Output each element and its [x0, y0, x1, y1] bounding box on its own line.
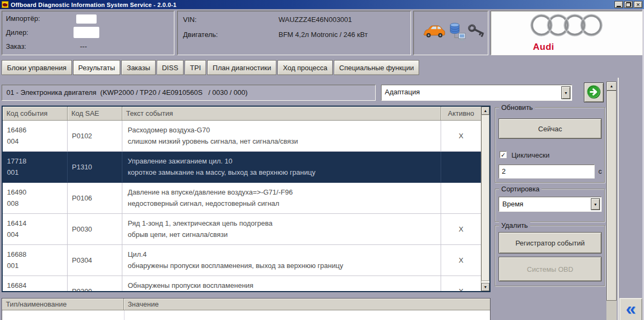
ecu-info-box: 01 - Электроника двигателя (KWP2000 / TP…	[2, 85, 376, 101]
chevron-down-icon: ▼	[594, 203, 597, 206]
main-scrollbar[interactable]: ▲	[606, 81, 617, 320]
close-button[interactable]: ✕	[634, 1, 642, 8]
tab[interactable]: Результаты	[73, 60, 120, 75]
refresh-group-label: Обновить	[499, 103, 535, 111]
tab[interactable]: Ход процесса	[277, 60, 333, 75]
tab[interactable]: Специальные функции	[334, 60, 419, 75]
refresh-group: Обновить Сейчас ✓ Циклически 2 с	[495, 107, 605, 183]
event-code-cell: 16490008	[3, 183, 68, 213]
checkmark-icon: ✓	[501, 152, 506, 158]
run-function-button[interactable]	[584, 83, 604, 102]
function-select[interactable]: Адаптация ▼	[381, 85, 572, 101]
event-code-cell: 16688001	[3, 245, 68, 276]
vin-label: VIN:	[183, 16, 196, 24]
triangle-up-icon: ▲	[610, 84, 613, 88]
green-arrow-icon	[587, 85, 601, 101]
vin-value: WAUZZZ4E46N003001	[279, 16, 352, 24]
importer-label: Импортёр:	[6, 14, 40, 23]
event-text-cell: Ряд 1-зонд 1, электрическая цепь подогре…	[122, 214, 441, 244]
sae-code-cell: P0030	[68, 214, 122, 244]
col-active[interactable]: Активно	[441, 107, 481, 121]
event-code-cell: 16414004	[3, 214, 68, 244]
odis-window: { "window": { "title": "Offboard Diagnos…	[0, 0, 644, 320]
window-title: Offboard Diagnostic Information System S…	[11, 2, 177, 8]
minimize-button[interactable]	[614, 1, 623, 8]
sae-code-cell: P0106	[68, 183, 122, 213]
dealer-value-redacted	[74, 27, 99, 38]
event-row[interactable]: 17718001 P1310 Управление зажиганием цил…	[3, 152, 481, 183]
event-text-cell: Цил.4обнаружены пропуски воспламенения, …	[122, 245, 441, 276]
main-scroll-thumb[interactable]	[606, 91, 617, 301]
events-scroll-down-button[interactable]: ▼	[481, 283, 489, 291]
tab[interactable]: План диагностики	[207, 60, 276, 75]
function-select-dropdown-button[interactable]: ▼	[561, 86, 570, 99]
events-table: Код события Код SAE Текст события Активн…	[2, 106, 491, 292]
event-text-cell: Расходомер воздуха-G70слишком низкий уро…	[122, 121, 441, 151]
event-row[interactable]: 16688001 P0304 Цил.4обнаружены пропуски …	[3, 245, 481, 276]
sae-code-cell: P0304	[68, 245, 122, 276]
sae-code-cell: P0102	[68, 121, 122, 151]
titlebar[interactable]: Offboard Diagnostic Information System S…	[0, 0, 644, 9]
dealer-label: Дилер:	[6, 28, 28, 36]
car-icon	[423, 24, 445, 40]
column-divider	[124, 310, 125, 320]
minimize-icon	[617, 6, 621, 7]
event-row[interactable]: 16414004 P0030 Ряд 1-зонд 1, электрическ…	[3, 214, 481, 245]
measurements-table: Тип/наименование Значение	[2, 298, 491, 320]
delete-group-label: Удалить	[499, 221, 530, 229]
tab[interactable]: Заказы	[121, 60, 155, 75]
main-scroll-up-button[interactable]: ▲	[606, 81, 617, 91]
event-code-cell: 16486004	[3, 121, 68, 151]
event-text-cell: Обнаружены пропуски воспламенения	[122, 276, 441, 292]
interval-input[interactable]: 2	[499, 165, 595, 178]
tab[interactable]: Блоки управления	[2, 60, 72, 75]
event-row[interactable]: 16490008 P0106 Давление на впуске/давлен…	[3, 183, 481, 214]
restore-icon	[626, 2, 631, 7]
delete-event-log-button[interactable]: Регистратор событий	[499, 232, 602, 254]
cyclic-label: Циклически	[511, 151, 550, 159]
events-table-body: 16486004 P0102 Расходомер воздуха-G70сли…	[3, 121, 481, 292]
col-event-code[interactable]: Код события	[3, 107, 68, 121]
tab[interactable]: TPI	[185, 60, 206, 75]
restore-button[interactable]	[624, 1, 633, 8]
event-row[interactable]: 16684 P0300 Обнаружены пропуски воспламе…	[3, 276, 481, 292]
events-scroll-thumb[interactable]	[481, 115, 489, 281]
sae-code-cell: P1310	[68, 152, 122, 182]
active-flag-cell	[441, 183, 481, 213]
order-label: Заказ:	[6, 42, 26, 50]
sae-code-cell: P0300	[68, 276, 122, 292]
events-scroll-up-button[interactable]: ▲	[481, 107, 489, 115]
sort-select-value: Время	[499, 197, 601, 211]
active-flag-cell	[441, 152, 481, 182]
importer-panel: Импортёр: Дилер: Заказ: ---	[2, 11, 174, 55]
cyclic-checkbox[interactable]: ✓	[500, 151, 507, 158]
function-select-value: Адаптация	[382, 85, 572, 99]
sort-select-dropdown-button[interactable]: ▼	[591, 198, 600, 210]
sort-select[interactable]: Время ▼	[499, 197, 602, 212]
events-table-scrollbar[interactable]: ▲ ▼	[481, 107, 489, 291]
vehicle-panel: VIN: WAUZZZ4E46N003001 Двигатель: BFM 4,…	[177, 11, 411, 55]
collapse-panel-button[interactable]: «	[619, 298, 642, 320]
delete-group: Удалить Регистратор событий Системы OBD	[495, 225, 605, 286]
active-flag-cell: X	[441, 121, 481, 151]
col-type-name[interactable]: Тип/наименование	[2, 299, 124, 310]
triangle-up-icon: ▲	[484, 109, 487, 113]
delete-obd-systems-button: Системы OBD	[499, 257, 602, 281]
key-icon	[467, 24, 487, 42]
refresh-now-button[interactable]: Сейчас	[499, 118, 602, 139]
interval-unit-label: с	[598, 167, 602, 175]
active-flag-cell: X	[441, 245, 481, 276]
close-icon: ✕	[636, 2, 640, 8]
event-code-cell: 17718001	[3, 152, 68, 182]
col-value[interactable]: Значение	[124, 299, 490, 310]
sort-group: Сортировка Время ▼	[495, 189, 605, 222]
col-sae-code[interactable]: Код SAE	[68, 107, 122, 121]
tab-bar: Блоки управления Результаты Заказы DISS …	[2, 60, 419, 75]
tab[interactable]: DISS	[157, 60, 184, 75]
order-value: ---	[80, 42, 87, 50]
event-row[interactable]: 16486004 P0102 Расходомер воздуха-G70сли…	[3, 121, 481, 152]
col-event-text[interactable]: Текст события	[122, 107, 441, 121]
active-flag-cell: X	[441, 276, 481, 292]
measurements-table-body	[2, 310, 490, 320]
importer-value-redacted	[76, 14, 97, 24]
